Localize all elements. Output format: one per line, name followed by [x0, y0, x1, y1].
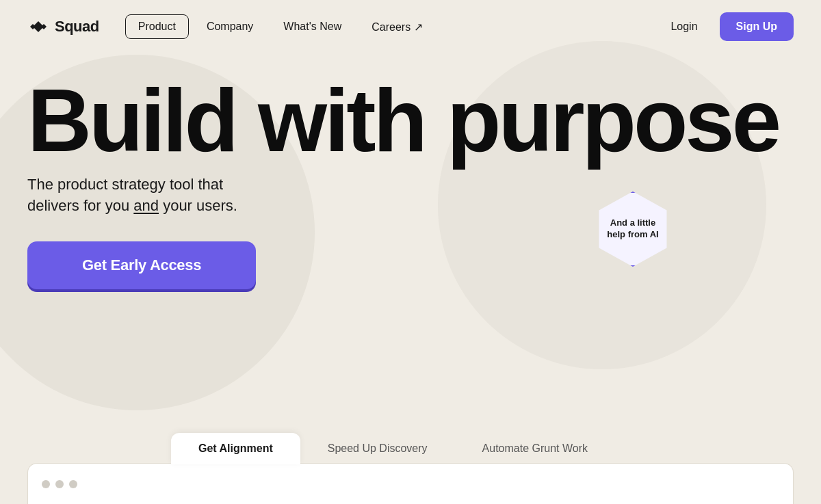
cta-button[interactable]: Get Early Access — [27, 241, 256, 289]
navbar: Squad Product Company What's New Careers… — [0, 0, 821, 53]
window-dot-3 — [69, 480, 77, 488]
browser-window — [27, 463, 794, 504]
ai-badge: And a little help from AI — [595, 191, 670, 267]
hero-subtext: The product strategy tool that delivers … — [27, 174, 260, 217]
hero-headline: Build with purpose — [27, 81, 794, 161]
bottom-tabs: Get Alignment Speed Up Discovery Automat… — [171, 433, 650, 464]
ai-badge-inner: And a little help from AI — [595, 191, 670, 267]
logo-text: Squad — [55, 18, 99, 36]
nav-careers[interactable]: Careers ↗ — [359, 15, 434, 39]
tab-get-alignment[interactable]: Get Alignment — [171, 433, 300, 464]
window-dot-2 — [55, 480, 64, 488]
nav-company[interactable]: Company — [194, 15, 265, 38]
window-dot-1 — [42, 480, 50, 488]
login-button[interactable]: Login — [660, 15, 708, 38]
nav-product[interactable]: Product — [125, 14, 189, 39]
ai-badge-text: And a little help from AI — [603, 217, 662, 241]
nav-left: Squad Product Company What's New Careers… — [27, 14, 435, 39]
logo[interactable]: Squad — [27, 16, 99, 38]
tab-automate-grunt-work[interactable]: Automate Grunt Work — [455, 433, 615, 464]
hero-subtext-line1: The product strategy tool that — [27, 176, 223, 193]
hero-subtext-and: and — [133, 197, 159, 214]
hero-subtext-line3: your users. — [163, 197, 237, 214]
hero-section: Build with purpose The product strategy … — [0, 53, 821, 289]
nav-right: Login Sign Up — [660, 12, 794, 41]
hero-subtext-delivers: delivers for you and your users. — [27, 197, 237, 214]
nav-links: Product Company What's New Careers ↗ — [125, 14, 435, 39]
signup-button[interactable]: Sign Up — [720, 12, 794, 41]
tab-speed-up-discovery[interactable]: Speed Up Discovery — [300, 433, 455, 464]
logo-icon — [27, 16, 49, 38]
nav-whats-new[interactable]: What's New — [271, 15, 354, 38]
